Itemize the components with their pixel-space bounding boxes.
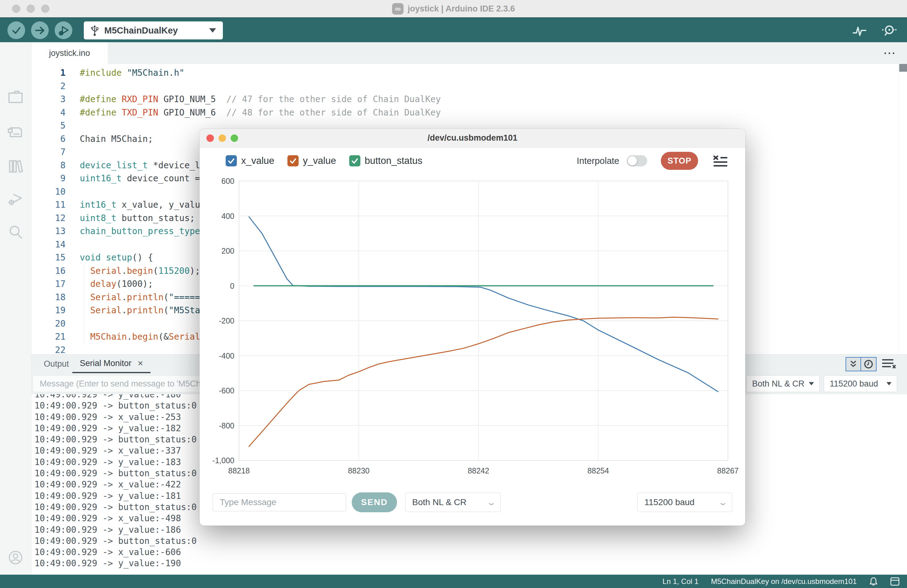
x-tick-label: 88218 <box>228 466 250 475</box>
plotter-line-ending-select[interactable]: Both NL & CR ⌄ <box>405 493 501 512</box>
checkbox-checked-icon[interactable] <box>287 155 299 167</box>
line-number-gutter: 12345678910111213141516171819202122 <box>31 66 79 354</box>
log-line: 10:49:00.929 -> y_value:-190 <box>34 558 907 569</box>
chevron-down-icon <box>886 382 892 386</box>
tab-output[interactable]: Output <box>36 354 77 373</box>
serial-plotter-icon[interactable] <box>853 24 867 37</box>
plotter-line-ending-value: Both NL & CR <box>412 497 488 507</box>
notifications-bell-icon[interactable] <box>869 577 878 586</box>
maximize-window-icon[interactable] <box>231 135 238 142</box>
code-line[interactable]: #include "M5Chain.h" <box>80 66 898 80</box>
serial-monitor-icon[interactable] <box>881 24 898 37</box>
x-tick-label: 88230 <box>348 466 370 475</box>
legend-label: button_status <box>365 155 423 167</box>
close-window-icon[interactable] <box>207 135 214 142</box>
autoscroll-toggle[interactable] <box>846 357 861 371</box>
interpolate-toggle[interactable] <box>627 155 647 167</box>
code-line[interactable]: #define RXD_PIN GPIO_NUM_5 // 47 for the… <box>80 93 898 106</box>
plotter-controls: Type Message SEND Both NL & CR ⌄ 115200 … <box>200 492 745 512</box>
board-selector[interactable]: M5ChainDualKey <box>84 21 223 39</box>
code-line[interactable] <box>80 80 898 93</box>
macos-titlebar: ∞ joystick | Arduino IDE 2.3.6 <box>0 0 907 18</box>
board-selector-label: M5ChainDualKey <box>104 26 204 36</box>
minimize-window-icon[interactable] <box>218 135 226 142</box>
plotter-baud-rate-select[interactable]: 115200 baud ⌄ <box>637 493 732 512</box>
tab-serial-monitor[interactable]: Serial Monitor × <box>72 354 151 373</box>
y-tick-label: 0 <box>230 282 234 290</box>
account-icon[interactable] <box>7 549 24 566</box>
clear-output-icon[interactable] <box>881 358 896 370</box>
checkbox-checked-icon[interactable] <box>349 155 361 167</box>
sketchbook-folder-icon[interactable] <box>7 89 24 106</box>
line-number: 20 <box>31 317 79 331</box>
line-number: 11 <box>31 199 79 212</box>
arrow-right-icon <box>34 25 46 36</box>
status-bar: Ln 1, Col 1 M5ChainDualKey on /dev/cu.us… <box>0 575 907 588</box>
checkbox-checked-icon[interactable] <box>226 155 237 167</box>
plotter-window-controls <box>207 135 238 142</box>
check-icon <box>11 25 22 36</box>
y-tick-label: -1,000 <box>212 456 234 465</box>
interpolate-label: Interpolate <box>577 156 619 166</box>
verify-button[interactable] <box>8 21 25 39</box>
panel-actions <box>846 357 896 371</box>
code-line[interactable]: #define TXD_PIN GPIO_NUM_6 // 48 for the… <box>80 106 898 120</box>
legend-item-button_status[interactable]: button_status <box>349 155 423 167</box>
legend-label: y_value <box>303 155 336 167</box>
plotter-message-input[interactable]: Type Message <box>213 493 346 511</box>
close-icon[interactable]: × <box>138 358 143 369</box>
timestamp-toggle[interactable] <box>861 357 877 371</box>
main-toolbar: M5ChainDualKey <box>0 18 907 42</box>
stop-button[interactable]: STOP <box>661 152 698 170</box>
toggle-panel-icon[interactable] <box>890 577 899 586</box>
line-number: 21 <box>31 330 79 344</box>
arduino-app-icon: ∞ <box>392 3 404 14</box>
chevron-down-icon: ⌄ <box>718 498 728 507</box>
legend-item-x_value[interactable]: x_value <box>226 155 274 167</box>
chevron-down-icon: ⌄ <box>486 498 497 507</box>
board-connection-status[interactable]: M5ChainDualKey on /dev/cu.usbmodem101 <box>711 577 857 586</box>
line-number: 8 <box>31 159 79 172</box>
line-number: 4 <box>31 106 79 120</box>
y-tick-label: -200 <box>219 316 234 325</box>
editor-scrollbar[interactable] <box>899 64 907 354</box>
search-icon[interactable] <box>7 224 24 240</box>
line-number: 15 <box>31 251 79 264</box>
line-number: 12 <box>31 212 79 225</box>
y-tick-label: -800 <box>219 421 234 430</box>
tab-joystick-ino[interactable]: joystick.ino <box>31 42 108 64</box>
x-tick-label: 88242 <box>468 466 489 475</box>
line-number: 22 <box>31 344 79 354</box>
library-manager-icon[interactable] <box>7 158 24 175</box>
serial-plotter-window[interactable]: /dev/cu.usbmodem101 x_valuey_valuebutton… <box>200 129 745 526</box>
toggle-knob <box>628 156 637 165</box>
log-line: 10:49:00.929 -> y_value:-186 <box>34 524 907 535</box>
send-button[interactable]: SEND <box>352 492 397 512</box>
clock-icon <box>864 359 873 369</box>
scrollbar-thumb[interactable] <box>899 64 907 72</box>
tab-label: joystick.ino <box>49 48 90 58</box>
debug-panel-icon[interactable] <box>7 191 24 207</box>
line-number: 5 <box>31 119 79 133</box>
line-number: 13 <box>31 225 79 238</box>
x-tick-label: 88267 <box>717 466 739 475</box>
line-ending-select[interactable]: Both NL & CR <box>746 375 819 392</box>
y-tick-label: 600 <box>221 177 234 185</box>
upload-button[interactable] <box>31 21 49 39</box>
cursor-position[interactable]: Ln 1, Col 1 <box>662 577 699 586</box>
boards-manager-icon[interactable] <box>7 123 24 140</box>
log-line: 10:49:00.929 -> button_status:0 <box>34 535 907 547</box>
legend-label: x_value <box>241 155 274 167</box>
usb-icon <box>91 24 99 36</box>
baud-rate-select[interactable]: 115200 baud <box>824 375 897 392</box>
line-number: 19 <box>31 304 79 317</box>
clear-plot-icon[interactable] <box>713 155 728 167</box>
debug-button[interactable] <box>54 21 72 39</box>
editor-tab-bar: joystick.ino ⋯ <box>31 42 907 64</box>
plotter-titlebar[interactable]: /dev/cu.usbmodem101 <box>200 129 745 147</box>
line-number: 17 <box>31 277 79 291</box>
tab-serial-monitor-label: Serial Monitor <box>80 359 131 368</box>
more-actions-icon[interactable]: ⋯ <box>883 46 897 59</box>
debug-icon <box>58 24 70 37</box>
legend-item-y_value[interactable]: y_value <box>287 155 336 167</box>
